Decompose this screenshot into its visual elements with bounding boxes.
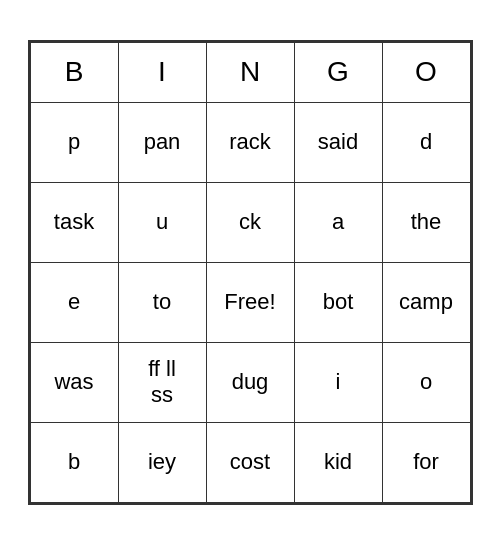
- table-row: ppanracksaidd: [30, 102, 470, 182]
- col-b: B: [30, 42, 118, 102]
- table-cell: a: [294, 182, 382, 262]
- col-g: G: [294, 42, 382, 102]
- col-n: N: [206, 42, 294, 102]
- table-cell: o: [382, 342, 470, 422]
- table-cell: i: [294, 342, 382, 422]
- bingo-body: ppanracksaiddtaskuckatheetoFree!botcampw…: [30, 102, 470, 502]
- table-cell: p: [30, 102, 118, 182]
- col-o: O: [382, 42, 470, 102]
- table-cell: for: [382, 422, 470, 502]
- table-cell: Free!: [206, 262, 294, 342]
- table-row: etoFree!botcamp: [30, 262, 470, 342]
- table-cell: task: [30, 182, 118, 262]
- header-row: B I N G O: [30, 42, 470, 102]
- table-row: bieycostkidfor: [30, 422, 470, 502]
- table-cell: was: [30, 342, 118, 422]
- table-cell: said: [294, 102, 382, 182]
- table-cell: kid: [294, 422, 382, 502]
- table-cell: pan: [118, 102, 206, 182]
- table-row: taskuckathe: [30, 182, 470, 262]
- table-cell: ck: [206, 182, 294, 262]
- bingo-card: B I N G O ppanracksaiddtaskuckatheetoFre…: [28, 40, 473, 505]
- table-cell: cost: [206, 422, 294, 502]
- table-cell: bot: [294, 262, 382, 342]
- table-cell: e: [30, 262, 118, 342]
- bingo-table: B I N G O ppanracksaiddtaskuckatheetoFre…: [30, 42, 471, 503]
- table-cell: iey: [118, 422, 206, 502]
- table-cell: u: [118, 182, 206, 262]
- table-cell: rack: [206, 102, 294, 182]
- table-cell: dug: [206, 342, 294, 422]
- table-cell: the: [382, 182, 470, 262]
- table-row: wasff llssdugio: [30, 342, 470, 422]
- col-i: I: [118, 42, 206, 102]
- table-cell: d: [382, 102, 470, 182]
- table-cell: to: [118, 262, 206, 342]
- table-cell: camp: [382, 262, 470, 342]
- table-cell: b: [30, 422, 118, 502]
- table-cell: ff llss: [118, 342, 206, 422]
